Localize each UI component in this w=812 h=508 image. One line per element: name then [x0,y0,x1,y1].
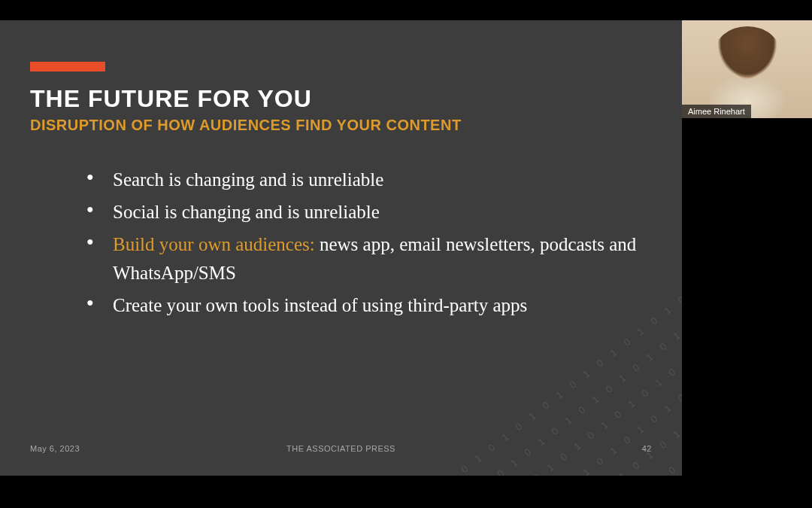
list-item: Create your own tools instead of using t… [86,291,652,321]
webcam-participant-tile[interactable]: Aimee Rinehart [682,20,812,118]
list-item-highlight: Build your own audiences: [113,234,315,254]
list-item-text: Search is changing and is unreliable [113,169,383,190]
list-item-text: Create your own tools instead of using t… [113,295,527,315]
webcam-participant-name: Aimee Rinehart [682,105,751,118]
list-item: Search is changing and is unreliable [86,166,652,195]
slide-title: THE FUTURE FOR YOU [30,85,652,113]
presentation-slide: 1 0 1 0 1 0 1 0 1 0 1 0 1 0 1 0 1 0 1 0 … [0,20,682,476]
list-item: Build your own audiences: news app, emai… [86,230,652,289]
bullet-list: Search is changing and is unreliable Soc… [30,166,652,321]
footer-date: May 6, 2023 [30,444,80,453]
footer-organization: THE ASSOCIATED PRESS [286,444,395,453]
list-item-text: Social is changing and is unreliable [113,202,380,222]
footer-page-number: 42 [642,444,652,453]
slide-subtitle: DISRUPTION OF HOW AUDIENCES FIND YOUR CO… [30,117,652,134]
slide-footer: May 6, 2023 THE ASSOCIATED PRESS 42 [30,444,652,453]
webcam-video-feed [682,20,812,118]
list-item: Social is changing and is unreliable [86,198,652,227]
accent-bar [30,62,105,71]
